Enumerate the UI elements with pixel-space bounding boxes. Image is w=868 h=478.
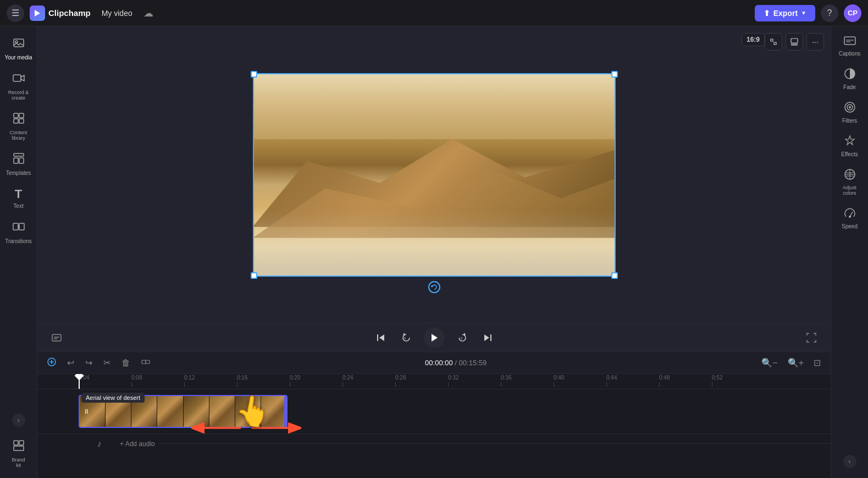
aspect-ratio-button[interactable]: 16:9	[742, 33, 765, 46]
right-tool-label: Fade	[843, 84, 856, 90]
ruler-label: 0:16	[237, 375, 247, 381]
sidebar-collapse-button[interactable]: ›	[12, 414, 25, 427]
more-options-button[interactable]: ···	[806, 33, 824, 51]
rewind-5-button[interactable]: 5	[397, 329, 415, 347]
playhead[interactable]	[79, 374, 80, 389]
right-tool-captions[interactable]: Captions	[833, 32, 866, 61]
timeline-toolbar: ↩ ↪ ✂ 🗑 00:00:00 / 00:15:59 🔍−	[37, 352, 831, 374]
ruler-mark-8: 0:36	[501, 375, 554, 387]
right-tool-speed[interactable]: Speed	[833, 202, 866, 234]
sidebar-item-templates[interactable]: Templates	[2, 147, 35, 180]
right-tool-label: Effects	[841, 151, 858, 157]
topbar-left: ☰ Clipchamp My video ☁	[7, 4, 153, 22]
zoom-out-button[interactable]: 🔍−	[758, 356, 781, 369]
add-clip-button[interactable]	[44, 355, 59, 371]
audio-track-line	[159, 443, 831, 444]
skip-to-end-button[interactable]	[480, 330, 495, 345]
timeline-area: ↩ ↪ ✂ 🗑 00:00:00 / 00:15:59 🔍−	[37, 351, 831, 478]
sidebar-item-label: Record &create	[8, 90, 29, 101]
right-tool-filters[interactable]: Filters	[833, 97, 866, 128]
zoom-in-button[interactable]: 🔍+	[784, 356, 807, 369]
right-sidebar-collapse-button[interactable]: ‹	[843, 455, 856, 468]
svg-rect-7	[19, 119, 24, 123]
timeline-ruler: 0:04 0:08 0:12 0:16	[37, 374, 831, 389]
sidebar-item-brand-kit[interactable]: Brandkit	[2, 435, 35, 472]
content-library-icon	[12, 112, 25, 128]
clip-trim-handle[interactable]	[284, 396, 288, 427]
templates-icon	[12, 152, 25, 168]
ruler-mark-10: 0:44	[606, 375, 659, 387]
svg-rect-19	[52, 334, 61, 341]
zoom-controls: 🔍− 🔍+ ⊡	[758, 356, 824, 369]
playback-controls: 5 5	[37, 323, 831, 351]
ruler-mark-11: 0:48	[659, 375, 712, 387]
captions-icon	[844, 36, 856, 49]
video-track: Aerial view of desert ⏸	[37, 389, 831, 433]
caption-button[interactable]	[48, 331, 65, 345]
clip-pause-icon: ⏸	[83, 408, 90, 415]
layout-tool-button[interactable]	[786, 33, 803, 51]
ruler-label: 0:12	[184, 375, 195, 381]
right-tool-adjust-colors[interactable]: Adjustcolors	[833, 164, 866, 200]
ruler-label: 0:36	[501, 375, 511, 381]
split-button[interactable]	[138, 355, 153, 371]
redo-button[interactable]: ↪	[82, 355, 96, 370]
transitions-icon	[12, 220, 25, 237]
ruler-mark-6: 0:28	[395, 375, 448, 387]
play-button[interactable]	[424, 327, 445, 348]
ruler-label: 0:44	[606, 375, 617, 381]
sidebar-item-label: Contentlibrary	[10, 130, 27, 141]
right-tool-fade[interactable]: Fade	[833, 63, 866, 95]
svg-marker-0	[35, 10, 40, 17]
app-logo: Clipchamp	[30, 6, 91, 21]
help-button[interactable]: ?	[821, 4, 838, 22]
app-name: Clipchamp	[48, 8, 91, 18]
sidebar-item-your-media[interactable]: Your media	[2, 32, 35, 65]
video-canvas	[253, 73, 616, 277]
video-canvas-wrapper[interactable]	[253, 73, 616, 277]
sidebar-item-transitions[interactable]: Transitions	[2, 216, 35, 249]
user-avatar[interactable]: CP	[844, 4, 861, 22]
crop-tool-button[interactable]	[765, 33, 782, 51]
menu-button[interactable]: ☰	[7, 4, 24, 22]
video-title[interactable]: My video	[96, 7, 138, 20]
sidebar-item-text[interactable]: T Text	[2, 183, 35, 213]
adjust-colors-icon	[844, 168, 856, 183]
forward-5-button[interactable]: 5	[454, 329, 471, 347]
sidebar-item-label: Text	[13, 203, 23, 209]
preview-area: 16:9 ···	[37, 26, 831, 323]
ruler-mark-1: 0:08	[131, 375, 184, 387]
time-separator: /	[455, 359, 458, 367]
timeline-time: 00:00:00 / 00:15:59	[425, 359, 486, 367]
svg-rect-6	[14, 119, 18, 123]
svg-rect-8	[14, 153, 24, 156]
cut-button[interactable]: ✂	[100, 355, 114, 370]
svg-rect-14	[19, 441, 24, 445]
sidebar-item-label: Templates	[6, 170, 31, 176]
fit-to-window-button[interactable]: ⊡	[810, 356, 824, 369]
right-tool-label: Filters	[842, 118, 857, 124]
fullscreen-button[interactable]	[803, 329, 820, 346]
right-tool-label: Captions	[839, 51, 860, 57]
svg-rect-13	[14, 441, 18, 445]
right-tool-effects[interactable]: Effects	[833, 130, 866, 162]
sidebar-item-content-library[interactable]: Contentlibrary	[2, 107, 35, 145]
brand-kit-icon	[12, 439, 25, 455]
undo-button[interactable]: ↩	[64, 355, 78, 370]
right-tool-label: Adjustcolors	[843, 185, 856, 196]
thumb-frame	[184, 396, 209, 427]
svg-rect-4	[14, 113, 18, 118]
sidebar-item-record-create[interactable]: Record &create	[2, 67, 35, 105]
ruler-label: 0:20	[290, 375, 300, 381]
svg-point-45	[849, 216, 851, 218]
thumb-frame	[157, 396, 183, 427]
skip-to-start-button[interactable]	[373, 330, 389, 345]
export-button[interactable]: ⬆ Export ▼	[755, 5, 815, 21]
effects-icon	[844, 135, 856, 150]
ruler-label: 0:32	[448, 375, 458, 381]
cloud-save-icon: ☁	[143, 7, 153, 19]
delete-button[interactable]: 🗑	[118, 356, 134, 370]
add-audio-button[interactable]: + Add audio	[120, 440, 155, 448]
rotate-handle[interactable]	[428, 281, 440, 293]
ruler-label: 0:52	[712, 375, 722, 381]
